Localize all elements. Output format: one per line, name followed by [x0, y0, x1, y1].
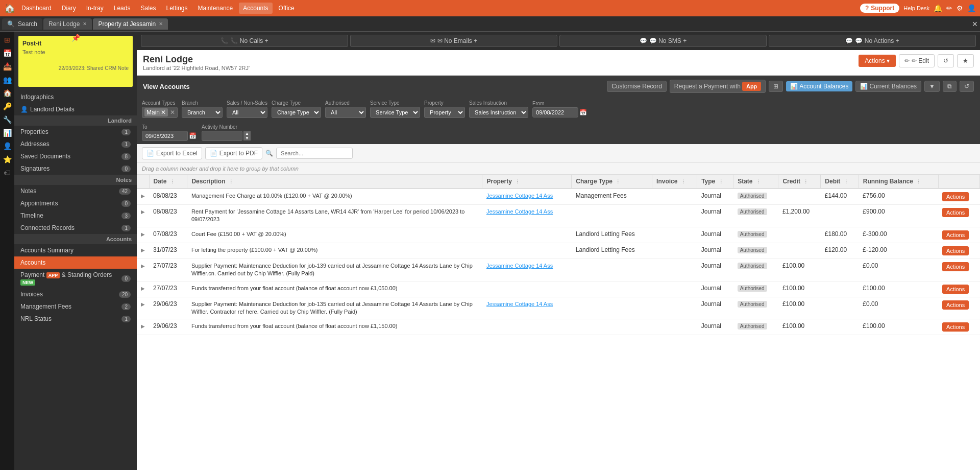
nav-lettings[interactable]: Lettings — [162, 3, 191, 14]
no-emails-button[interactable]: ✉ ✉ No Emails + — [350, 35, 557, 47]
sidebar-item-connected-records[interactable]: Connected Records 1 — [14, 222, 137, 234]
service-type-select[interactable]: Service Type — [370, 107, 420, 118]
activity-number-up[interactable]: ▲ — [243, 131, 251, 136]
tab-property-jessamin[interactable]: Property at Jessamin ✕ — [93, 18, 168, 30]
sidebar-item-invoices[interactable]: Invoices 20 — [14, 288, 137, 300]
filter-icon-button[interactable]: ▼ — [924, 81, 940, 92]
refresh-accounts-button[interactable]: ↺ — [960, 81, 974, 92]
account-types-input[interactable]: Main ✕ ✕ — [142, 107, 178, 118]
actions-button[interactable]: Actions — [942, 208, 969, 217]
edit-button[interactable]: ✏ ✏ Edit — [899, 54, 935, 67]
close-reni-lodge-tab[interactable]: ✕ — [83, 21, 87, 27]
copy-icon-button[interactable]: ⧉ — [943, 81, 957, 92]
to-calendar-icon[interactable]: 📅 — [189, 132, 197, 139]
sidebar-item-addresses[interactable]: Addresses 1 — [14, 138, 137, 150]
expand-arrow[interactable]: ▶ — [141, 286, 145, 291]
from-calendar-icon[interactable]: 📅 — [579, 109, 587, 116]
settings-icon[interactable]: ⚙ — [957, 4, 963, 12]
actions-button[interactable]: Actions — [942, 246, 969, 255]
col-debit[interactable]: Debit ⋮ — [821, 175, 859, 189]
col-date[interactable]: Date ⋮ — [149, 175, 187, 189]
nav-accounts[interactable]: Accounts — [239, 3, 272, 14]
property-link[interactable]: Jessamine Cottage 14 Ass — [486, 301, 553, 307]
authorised-select[interactable]: All — [325, 107, 366, 118]
charge-type-select[interactable]: Charge Type — [272, 107, 321, 118]
no-actions-button[interactable]: 💬 💬 No Actions + — [769, 35, 976, 47]
sidebar-item-landlord-details[interactable]: 👤 Landlord Details — [14, 103, 137, 115]
table-search-input[interactable] — [276, 148, 353, 159]
nav-leads[interactable]: Leads — [110, 3, 135, 14]
from-date-input[interactable] — [532, 107, 578, 118]
sidebar-icon-chart[interactable]: 📊 — [3, 129, 12, 137]
sidebar-item-nrl-status[interactable]: NRL Status 1 — [14, 313, 137, 325]
actions-button[interactable]: Actions — [942, 322, 969, 332]
sidebar-icon-user[interactable]: 👤 — [3, 142, 12, 150]
bookmark-button[interactable]: ★ — [957, 54, 974, 67]
sidebar-icon-key[interactable]: 🔑 — [3, 102, 12, 110]
close-all-tabs[interactable]: ✕ — [972, 20, 978, 28]
actions-button[interactable]: Actions — [942, 285, 969, 294]
sidebar-icon-wrench[interactable]: 🔧 — [3, 115, 12, 124]
export-pdf-button[interactable]: 📄 Export to PDF — [205, 147, 262, 159]
sidebar-item-accounts[interactable]: Accounts — [14, 256, 137, 269]
property-link[interactable]: Jessamine Cottage 14 Ass — [486, 263, 553, 269]
nav-office[interactable]: Office — [275, 3, 299, 14]
actions-button[interactable]: Actions — [942, 192, 969, 201]
nav-maintenance[interactable]: Maintenance — [194, 3, 237, 14]
sidebar-icon-tray[interactable]: 📥 — [3, 62, 12, 70]
activity-number-input[interactable] — [202, 131, 242, 141]
sidebar-item-signatures[interactable]: Signatures 0 — [14, 162, 137, 175]
sidebar-item-timeline[interactable]: Timeline 3 — [14, 209, 137, 222]
nav-diary[interactable]: Diary — [58, 3, 80, 14]
sidebar-item-infographics[interactable]: Infographics — [14, 91, 137, 103]
sidebar-item-payment-standing-orders[interactable]: Payment APP & Standing Orders NEW 0 — [14, 269, 137, 288]
expand-arrow[interactable]: ▶ — [141, 323, 145, 329]
support-button[interactable]: ? Support — [860, 4, 899, 13]
nav-sales[interactable]: Sales — [136, 3, 160, 14]
sidebar-item-appointments[interactable]: Appointments 0 — [14, 197, 137, 209]
activity-number-down[interactable]: ▼ — [243, 136, 251, 140]
property-link[interactable]: Jessamine Cottage 14 Ass — [486, 208, 553, 215]
nav-intray[interactable]: In-tray — [82, 3, 108, 14]
col-running-balance[interactable]: Running Balance ⋮ — [859, 175, 938, 189]
clear-account-types[interactable]: ✕ — [170, 109, 175, 116]
sidebar-icon-home2[interactable]: 🏠 — [3, 89, 12, 97]
actions-button[interactable]: Actions — [942, 262, 969, 271]
expand-arrow[interactable]: ▶ — [141, 247, 145, 253]
export-excel-button[interactable]: 📄 Export to Excel — [142, 147, 202, 159]
current-balances-button[interactable]: 📊 Current Balances — [855, 81, 921, 92]
col-state[interactable]: State ⋮ — [733, 175, 778, 189]
account-balances-button[interactable]: 📊 Account Balances — [786, 81, 852, 91]
to-date-input[interactable] — [142, 131, 188, 141]
col-property[interactable]: Property ⋮ — [482, 175, 572, 189]
sales-instruction-select[interactable]: Sales Instruction — [469, 107, 528, 118]
nav-dashboard[interactable]: Dashboard — [17, 3, 56, 14]
customise-record-button[interactable]: Customise Record — [607, 81, 667, 92]
col-invoice[interactable]: Invoice ⋮ — [652, 175, 697, 189]
sidebar-icon-people[interactable]: 👥 — [3, 76, 12, 84]
sidebar-item-notes[interactable]: Notes 42 — [14, 185, 137, 197]
actions-dropdown-button[interactable]: Actions ▾ — [859, 55, 896, 67]
actions-button[interactable]: Actions — [942, 230, 969, 240]
sidebar-icon-tag[interactable]: 🏷 — [4, 169, 11, 177]
request-payment-button[interactable]: Request a Payment with App — [670, 80, 766, 93]
col-description[interactable]: Description ⋮ — [187, 175, 482, 189]
sidebar-icon-star[interactable]: ⭐ — [3, 155, 12, 163]
col-credit[interactable]: Credit ⋮ — [778, 175, 821, 189]
sidebar-icon-home[interactable]: ⊞ — [4, 36, 10, 44]
branch-select[interactable]: Branch — [182, 107, 223, 118]
notification-icon[interactable]: 🔔 — [934, 4, 942, 12]
sidebar-item-saved-documents[interactable]: Saved Documents 8 — [14, 150, 137, 162]
sidebar-item-properties[interactable]: Properties 1 — [14, 126, 137, 138]
no-sms-button[interactable]: 💬 💬 No SMS + — [559, 35, 767, 47]
remove-main-tag[interactable]: ✕ — [161, 109, 166, 116]
expand-arrow[interactable]: ▶ — [141, 231, 145, 237]
actions-button[interactable]: Actions — [942, 300, 969, 310]
expand-arrow[interactable]: ▶ — [141, 193, 145, 199]
close-property-tab[interactable]: ✕ — [159, 21, 163, 27]
col-type[interactable]: Type ⋮ — [697, 175, 733, 189]
refresh-button[interactable]: ↺ — [938, 54, 954, 67]
edit-icon[interactable]: ✏ — [946, 4, 952, 12]
property-link[interactable]: Jessamine Cottage 14 Ass — [486, 193, 553, 199]
sidebar-item-management-fees[interactable]: Management Fees 2 — [14, 300, 137, 313]
